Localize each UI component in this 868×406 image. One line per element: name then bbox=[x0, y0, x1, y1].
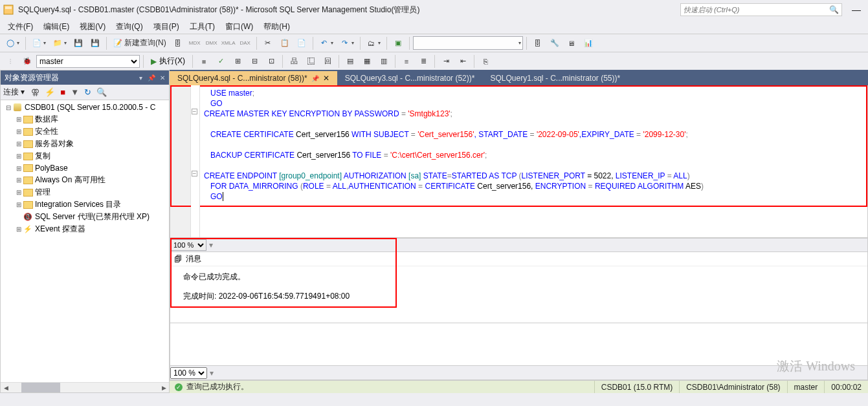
redo-button[interactable]: ↷▾ bbox=[337, 36, 357, 50]
tree-polybase[interactable]: ⊞PolyBase bbox=[1, 162, 169, 174]
tree-sql-agent[interactable]: 📵SQL Server 代理(已禁用代理 XP) bbox=[1, 211, 169, 223]
solution-combo[interactable]: ▾ bbox=[413, 36, 523, 50]
object-explorer-header: 对象资源管理器 ▾ 📌 ✕ bbox=[1, 70, 169, 85]
sidebar-scrollbar[interactable]: ◀▶ bbox=[1, 382, 169, 392]
comment-button[interactable]: ≡ bbox=[399, 54, 414, 69]
panel-options-button[interactable]: ▾ bbox=[139, 74, 142, 81]
nav-back-button[interactable]: ◯▾ bbox=[3, 36, 22, 50]
paste-button[interactable]: 📄 bbox=[294, 36, 309, 50]
search-oe-button[interactable]: 🔍 bbox=[95, 87, 108, 97]
tree-databases[interactable]: ⊞数据库 bbox=[1, 113, 169, 125]
tree-server-node[interactable]: ⊟CSDB01 (SQL Server 15.0.2000.5 - C bbox=[1, 102, 169, 113]
tab-sqlquery1[interactable]: SQLQuery1.sql - C...ministrator (55))* bbox=[482, 71, 628, 85]
panel-pin-button[interactable]: 📌 bbox=[148, 74, 155, 81]
new-item-button[interactable]: 📄▾ bbox=[29, 36, 49, 50]
save-all-button[interactable]: 💾 bbox=[87, 36, 103, 50]
disconnect-button[interactable]: ⚡ bbox=[43, 87, 56, 97]
menu-file[interactable]: 文件(F) bbox=[3, 20, 38, 34]
menu-edit[interactable]: 编辑(E) bbox=[38, 20, 74, 34]
connect-button[interactable]: ⚢ bbox=[30, 87, 41, 97]
menu-project[interactable]: 项目(P) bbox=[148, 20, 184, 34]
zoom-select[interactable]: 100 % bbox=[170, 239, 206, 251]
xmla-query-button[interactable]: XMLA bbox=[221, 36, 236, 50]
object-explorer-button[interactable]: 📊 bbox=[581, 36, 596, 50]
outdent-button[interactable]: ⇤ bbox=[455, 54, 471, 69]
folder-icon bbox=[23, 127, 33, 137]
stop-button[interactable]: ■ bbox=[196, 54, 212, 69]
open-item-button[interactable]: 📁▾ bbox=[50, 36, 69, 50]
close-icon[interactable]: ✕ bbox=[323, 74, 329, 83]
solution-button[interactable]: 🗂▾ bbox=[364, 36, 383, 50]
results-to-grid-button[interactable]: ▦ bbox=[359, 54, 375, 69]
menu-query[interactable]: 查询(Q) bbox=[111, 20, 148, 34]
sql-editor-wrap: − − USE master; GO CREATE MASTER KEY ENC… bbox=[170, 85, 868, 238]
tree-replication[interactable]: ⊞复制 bbox=[1, 150, 169, 162]
connect-label[interactable]: 连接 ▾ bbox=[3, 87, 25, 98]
query-options-button[interactable]: ⊟ bbox=[247, 54, 262, 69]
undo-button[interactable]: ↶▾ bbox=[317, 36, 336, 50]
quick-launch-input[interactable] bbox=[684, 6, 827, 14]
line-gutter bbox=[170, 85, 191, 237]
drag-handle[interactable]: ⸽ bbox=[3, 54, 18, 69]
panel-close-button[interactable]: ✕ bbox=[160, 74, 165, 81]
tree-security[interactable]: ⊞安全性 bbox=[1, 125, 169, 138]
status-db: master bbox=[787, 381, 825, 393]
search-icon[interactable]: 🔍 bbox=[829, 5, 839, 14]
folder-icon bbox=[23, 187, 33, 198]
pin-icon[interactable]: 📌 bbox=[311, 75, 319, 82]
results-to-file-button[interactable]: ▥ bbox=[376, 54, 392, 69]
save-button[interactable]: 💾 bbox=[71, 36, 86, 50]
tab-sqlquery3[interactable]: SQLQuery3.sql - C...ministrator (52))* bbox=[337, 71, 483, 85]
copy-button[interactable]: 📋 bbox=[277, 36, 293, 50]
main-area: 对象资源管理器 ▾ 📌 ✕ 连接 ▾ ⚢ ⚡ ■ ▼ ↻ 🔍 ⊟CSDB01 (… bbox=[0, 70, 868, 393]
stop-button-oe[interactable]: ■ bbox=[59, 87, 67, 97]
specify-values-button[interactable]: ⎘ bbox=[478, 54, 493, 69]
quick-launch-box[interactable]: 🔍 bbox=[680, 3, 842, 16]
dmx-query-button[interactable]: DMX bbox=[204, 36, 219, 50]
status-server: CSDB01 (15.0 RTM) bbox=[594, 381, 679, 393]
activity-monitor-button[interactable]: ▣ bbox=[390, 36, 406, 50]
tree-xevent[interactable]: ⊞⚡XEvent 探查器 bbox=[1, 223, 169, 235]
tree-server-objects[interactable]: ⊞服务器对象 bbox=[1, 138, 169, 150]
filter-button[interactable]: ▼ bbox=[69, 87, 80, 97]
client-stats-button[interactable]: 回 bbox=[320, 54, 335, 69]
tree-integration-services[interactable]: ⊞Integration Services 目录 bbox=[1, 198, 169, 211]
fold-gutter: − − bbox=[191, 85, 200, 237]
menu-help[interactable]: 帮助(H) bbox=[258, 20, 295, 34]
refresh-button[interactable]: ↻ bbox=[83, 87, 93, 97]
template-button[interactable]: 🖥 bbox=[564, 36, 579, 50]
cut-button[interactable]: ✂ bbox=[260, 36, 276, 50]
results-to-text-button[interactable]: ▤ bbox=[342, 54, 358, 69]
estimated-plan-button[interactable]: ⊞ bbox=[230, 54, 245, 69]
sql-editor[interactable]: USE master; GO CREATE MASTER KEY ENCRYPT… bbox=[200, 85, 867, 237]
uncomment-button[interactable]: ≣ bbox=[416, 54, 431, 69]
new-query-button[interactable]: 📝新建查询(N) bbox=[110, 36, 169, 50]
messages-header[interactable]: 🗐 消息 bbox=[170, 252, 867, 266]
parse-button[interactable]: ✓ bbox=[213, 54, 228, 69]
actual-plan-button[interactable]: 品 bbox=[286, 54, 302, 69]
debug-button[interactable]: 🐞 bbox=[19, 54, 35, 69]
zoom-select-2[interactable]: 100 % bbox=[170, 367, 207, 379]
tree-management[interactable]: ⊞管理 bbox=[1, 186, 169, 198]
menu-tools[interactable]: 工具(T) bbox=[184, 20, 220, 34]
status-ok-icon: ✓ bbox=[175, 383, 183, 391]
server-icon bbox=[12, 102, 23, 112]
object-tree[interactable]: ⊟CSDB01 (SQL Server 15.0.2000.5 - C ⊞数据库… bbox=[1, 100, 169, 382]
menu-view[interactable]: 视图(V) bbox=[74, 20, 111, 34]
dax-query-button[interactable]: DAX bbox=[238, 36, 253, 50]
xevent-icon: ⚡ bbox=[23, 224, 33, 235]
execute-button[interactable]: ▶执行(X) bbox=[147, 54, 189, 68]
registered-servers-button[interactable]: 🗄 bbox=[530, 36, 546, 50]
intellisense-button[interactable]: ⊡ bbox=[263, 54, 279, 69]
indent-button[interactable]: ⇥ bbox=[438, 54, 454, 69]
engine-query-button[interactable]: 🗄 bbox=[170, 36, 186, 50]
folder-icon bbox=[23, 200, 33, 210]
live-stats-button[interactable]: ⿺ bbox=[303, 54, 318, 69]
tab-sqlquery4[interactable]: SQLQuery4.sql - C...ministrator (58))*📌✕ bbox=[170, 71, 337, 85]
mdx-query-button[interactable]: MDX bbox=[187, 36, 203, 50]
properties-button[interactable]: 🔧 bbox=[547, 36, 562, 50]
menu-window[interactable]: 窗口(W) bbox=[220, 20, 258, 34]
database-select[interactable]: master bbox=[36, 55, 140, 68]
tree-always-on[interactable]: ⊞Always On 高可用性 bbox=[1, 174, 169, 186]
minimize-button[interactable]: — bbox=[847, 5, 865, 15]
